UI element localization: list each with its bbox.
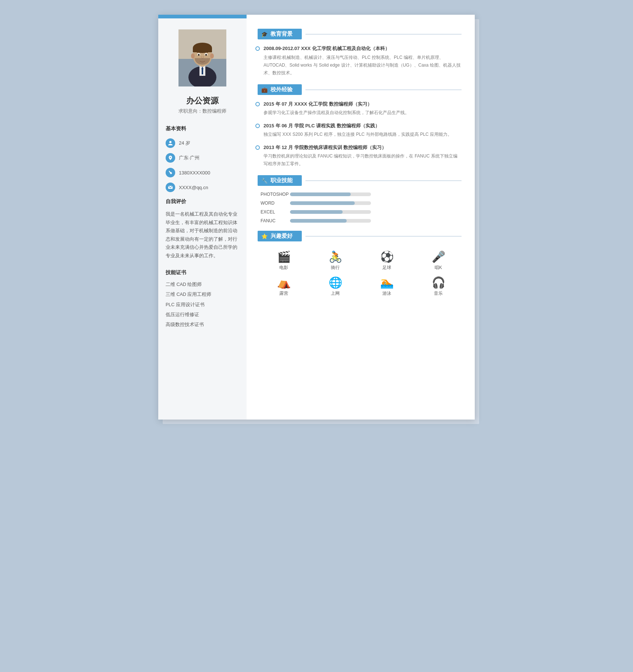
location-info: 广东·广州 <box>158 151 247 165</box>
hobby-label: 露营 <box>279 290 288 297</box>
hobbies-section: ⭐ 兴趣爱好 🎬 电影 🚴 骑行 ⚽ 足球 🎤 唱K ⛺ 露营 🌐 上网 🏊 游… <box>258 231 462 297</box>
hobby-icon: ⛺ <box>277 276 291 289</box>
hobby-label: 游泳 <box>382 290 391 297</box>
hobby-item: 🌐 上网 <box>312 276 358 297</box>
hobby-icon: 🌐 <box>329 276 342 289</box>
cert-list: 二维 CAD 绘图师三维 CAD 应用工程师PLC 应用设计证书低压运行维修证高… <box>158 280 247 330</box>
skill-bar-bg <box>290 201 371 205</box>
edu-entries: 2008.09-2012.07 XXX 化工学院 机械工程及自动化（本科） 主修… <box>258 45 462 77</box>
svg-point-11 <box>210 53 214 59</box>
svg-rect-9 <box>193 48 212 52</box>
photo-container <box>158 18 247 92</box>
hobby-item: 🎤 唱K <box>415 250 462 271</box>
edu-title: 2008.09-2012.07 XXX 化工学院 机械工程及自动化（本科） <box>264 45 462 52</box>
email-info: XXXX@qq.cn <box>158 180 247 195</box>
hobby-item: ⛺ 露营 <box>261 276 307 297</box>
hobby-label: 上网 <box>331 290 340 297</box>
hobby-item: 🎧 音乐 <box>415 276 462 297</box>
person-photo <box>178 29 226 86</box>
skill-row: EXCEL <box>258 209 462 215</box>
svg-rect-5 <box>202 69 203 74</box>
timeline-dot <box>255 102 260 106</box>
skill-row: WORD <box>258 201 462 206</box>
photo-box <box>178 29 226 86</box>
skill-rows: PHOTOSHOP WORD EXCEL FANUC <box>258 192 462 223</box>
hobby-label: 足球 <box>382 265 391 271</box>
sidebar-top-bar <box>158 15 247 18</box>
timeline-dot <box>255 145 260 150</box>
svg-point-17 <box>170 157 171 158</box>
skill-row: PHOTOSHOP <box>258 192 462 197</box>
hobby-icon: 🚴 <box>329 250 342 263</box>
education-divider <box>305 34 462 35</box>
cert-title: 技能证书 <box>158 266 247 280</box>
main-content: 🎓 教育背景 2008.09-2012.07 XXX 化工学院 机械工程及自动化… <box>247 15 475 420</box>
skill-name: EXCEL <box>261 209 290 215</box>
exp-title: 2015 年 06 月 学院 PLC 课程实践 数控编程师（实践） <box>264 123 462 129</box>
skill-row: FANUC <box>258 218 462 223</box>
exp-entry: 2013 年 12 月 学院数控铣床课程实训 数控编程师（实习） 学习数控机床的… <box>258 144 462 168</box>
age-info: 24 岁 <box>158 136 247 151</box>
svg-point-15 <box>205 54 207 56</box>
self-eval-text: 我是一名机械工程及其自动化专业毕业生，有丰富的机械工程知识体系做基础，对于机械制… <box>158 209 247 266</box>
svg-point-14 <box>198 54 200 56</box>
hobby-label: 骑行 <box>331 265 340 271</box>
location-icon <box>166 153 175 163</box>
hobby-item: 🎬 电影 <box>261 250 307 271</box>
education-title: 教育背景 <box>270 31 293 38</box>
skill-bar-fill <box>290 201 355 205</box>
hobby-icon: 🎬 <box>277 250 291 263</box>
hobbies-title-bar: ⭐ 兴趣爱好 <box>258 231 302 241</box>
exp-title: 2015 年 07 月 XXXX 化工学院 数控编程师（实习） <box>264 101 462 107</box>
education-title-bar: 🎓 教育背景 <box>258 29 302 39</box>
sidebar-job-target: 求职意向：数控编程师 <box>158 108 247 114</box>
exp-entry: 2015 年 06 月 学院 PLC 课程实践 数控编程师（实践） 独立编写 X… <box>258 123 462 138</box>
page-shadow: 办公资源 求职意向：数控编程师 基本资料 24 岁 广东·广州 1380XX <box>158 15 475 420</box>
hobbies-title: 兴趣爱好 <box>270 233 293 240</box>
person-icon <box>166 138 175 148</box>
skill-name: WORD <box>261 201 290 206</box>
phone-value: 1380XXXX000 <box>179 170 210 176</box>
hobby-item: 🚴 骑行 <box>312 250 358 271</box>
email-value: XXXX@qq.cn <box>179 185 208 190</box>
cert-item: 高级数控技术证书 <box>158 320 247 330</box>
edu-entry: 2008.09-2012.07 XXX 化工学院 机械工程及自动化（本科） 主修… <box>258 45 462 77</box>
cert-item: 二维 CAD 绘图师 <box>158 280 247 290</box>
timeline-dot <box>255 46 260 51</box>
hobbies-grid: 🎬 电影 🚴 骑行 ⚽ 足球 🎤 唱K ⛺ 露营 🌐 上网 🏊 游泳 🎧 音乐 <box>258 247 462 297</box>
skill-bar-fill <box>290 219 347 223</box>
location-value: 广东·广州 <box>179 155 199 161</box>
phone-icon <box>166 168 175 177</box>
edu-desc: 主修课程:机械制造、机械设计、液压与气压传动、PLC 控制系统、PLC 编程、单… <box>264 54 462 77</box>
education-header: 🎓 教育背景 <box>258 29 462 39</box>
hobby-label: 电影 <box>279 265 288 271</box>
experience-icon: 💼 <box>261 87 268 93</box>
exp-title: 2013 年 12 月 学院数控铣床课程实训 数控编程师（实习） <box>264 144 462 151</box>
skills-title-bar: 🔧 职业技能 <box>258 175 302 186</box>
svg-point-10 <box>191 53 195 59</box>
cert-item: 低压运行维修证 <box>158 310 247 320</box>
hobby-label: 音乐 <box>434 290 443 297</box>
hobbies-header: ⭐ 兴趣爱好 <box>258 231 462 241</box>
skill-bar-bg <box>290 192 371 196</box>
phone-info: 1380XXXX000 <box>158 165 247 180</box>
experience-title: 校外经验 <box>270 86 293 93</box>
self-eval-title: 自我评价 <box>158 195 247 209</box>
email-icon <box>166 183 175 192</box>
hobbies-divider <box>305 236 462 237</box>
skill-bar-bg <box>290 210 371 214</box>
skills-icon: 🔧 <box>261 178 268 184</box>
experience-divider <box>305 89 462 90</box>
skill-bar-fill <box>290 192 351 196</box>
exp-desc: 学习数控机床的理论知识及 FANUC 编程知识，学习数控铣床面板的操作，在 FA… <box>264 152 462 168</box>
svg-point-16 <box>169 141 171 143</box>
hobby-icon: ⚽ <box>380 250 394 263</box>
hobbies-icon: ⭐ <box>261 233 268 239</box>
experience-section: 💼 校外经验 2015 年 07 月 XXXX 化工学院 数控编程师（实习） 参… <box>258 84 462 168</box>
hobby-item: ⚽ 足球 <box>364 250 410 271</box>
exp-desc: 独立编写 XXX S200 系列 PLC 程序，独立连接 PLC 与外部电路线路… <box>264 131 462 138</box>
experience-title-bar: 💼 校外经验 <box>258 84 302 95</box>
basic-info-title: 基本资料 <box>158 122 247 136</box>
timeline-dot <box>255 124 260 128</box>
experience-header: 💼 校外经验 <box>258 84 462 95</box>
